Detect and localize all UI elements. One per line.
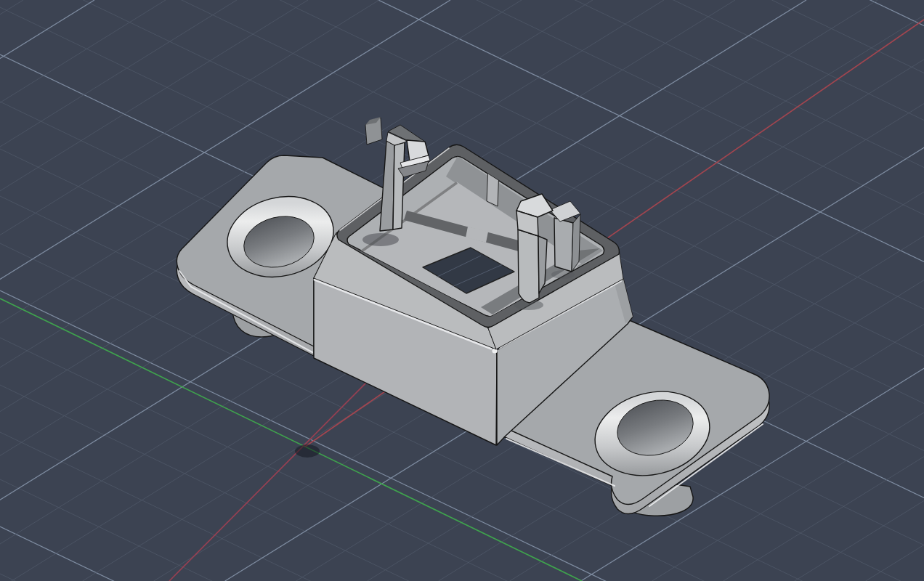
left-clip-base-shadow bbox=[362, 233, 399, 246]
right-clip-rear-prong[interactable] bbox=[554, 218, 573, 272]
right-clip-arm-front[interactable] bbox=[518, 229, 539, 303]
3d-viewport[interactable] bbox=[0, 0, 924, 581]
origin-marker bbox=[295, 444, 320, 458]
